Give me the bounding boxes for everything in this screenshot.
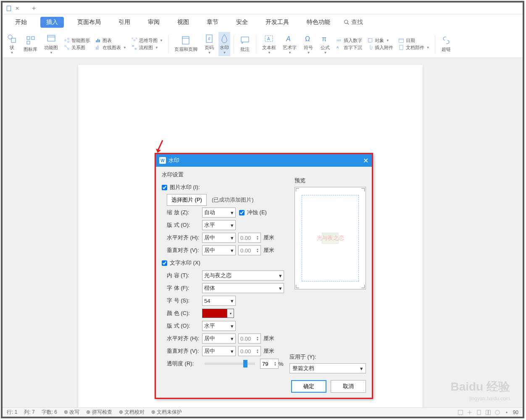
- svg-text:A: A: [267, 37, 270, 41]
- tb-insert-num[interactable]: 123插入数字: [336, 37, 362, 44]
- tb-watermark[interactable]: 水印▼: [218, 32, 230, 56]
- menu-features[interactable]: 特色功能: [302, 17, 334, 28]
- menu-search[interactable]: 查找: [344, 18, 363, 26]
- svg-rect-25: [135, 48, 137, 49]
- text-watermark-checkbox[interactable]: [162, 260, 167, 266]
- valign-select[interactable]: 居中▾: [202, 245, 236, 255]
- tb-shapes[interactable]: 状▼: [4, 34, 19, 55]
- header-icon: [181, 35, 191, 45]
- tb-hyperlink[interactable]: 超链: [439, 35, 454, 52]
- halign2-offset-input[interactable]: 0.00▲▼: [238, 333, 261, 344]
- tb-header-footer[interactable]: 页眉和页脚: [172, 35, 200, 52]
- view-icon-1[interactable]: [458, 410, 463, 415]
- insertnum-icon: 123: [336, 37, 342, 43]
- opacity-slider[interactable]: [205, 362, 255, 365]
- view-icon-5[interactable]: [494, 410, 500, 415]
- menu-view[interactable]: 视图: [173, 17, 193, 28]
- font-select[interactable]: 楷体▾: [202, 283, 284, 293]
- cancel-button[interactable]: 取消: [331, 380, 366, 393]
- pic-watermark-checkbox[interactable]: [162, 185, 167, 190]
- view-icon-2[interactable]: [467, 410, 473, 415]
- new-tab-button[interactable]: +: [32, 5, 36, 12]
- menu-sections[interactable]: 章节: [203, 17, 223, 28]
- valign2-offset-input[interactable]: 0.00▲▼: [238, 346, 261, 356]
- size-select[interactable]: 54▾: [202, 296, 236, 306]
- preview-label: 预览: [295, 177, 366, 184]
- svg-rect-46: [486, 410, 488, 415]
- tb-mindmap[interactable]: 思维导图▼: [132, 37, 163, 44]
- layout2-select[interactable]: 水平▾: [202, 321, 236, 331]
- menu-insert[interactable]: 插入: [40, 17, 64, 28]
- status-spell[interactable]: ⊗ 拼写检查: [86, 409, 112, 416]
- svg-rect-5: [27, 37, 30, 39]
- svg-rect-7: [27, 41, 30, 44]
- relation-icon: [64, 45, 70, 50]
- tb-flowchart[interactable]: 流程图▼: [132, 45, 163, 51]
- view-icon-4[interactable]: [485, 410, 491, 415]
- status-proof[interactable]: ⊗ 文档校对: [119, 409, 145, 416]
- halign-offset-input[interactable]: 0.00▲▼: [238, 233, 261, 243]
- search-label: 查找: [351, 18, 363, 26]
- zoom-value[interactable]: 90: [513, 410, 518, 415]
- menu-layout[interactable]: 页面布局: [73, 17, 105, 28]
- svg-rect-4: [11, 38, 16, 42]
- tb-doc-parts[interactable]: 文档部件▼: [398, 45, 430, 51]
- tab-close[interactable]: ✕: [15, 5, 19, 11]
- svg-point-23: [136, 38, 137, 39]
- tb-func-chart[interactable]: 功能图▼: [42, 34, 60, 55]
- tb-comment[interactable]: 批注: [237, 35, 252, 52]
- menu-references[interactable]: 引用: [114, 17, 134, 28]
- tb-dropcap[interactable]: A首字下沉: [336, 45, 362, 51]
- select-pic-button[interactable]: 选择图片 (P): [167, 194, 207, 206]
- svg-rect-24: [132, 45, 134, 46]
- tb-icon-lib[interactable]: 图标库: [21, 35, 40, 52]
- valign2-select[interactable]: 居中▾: [202, 346, 236, 356]
- status-overwrite[interactable]: ⊗ 改写: [64, 409, 79, 416]
- zoom-select[interactable]: 自动▾: [202, 207, 236, 218]
- attachment-icon: [367, 45, 373, 50]
- washout-label: 冲蚀 (E): [247, 209, 267, 216]
- halign2-select[interactable]: 居中▾: [202, 333, 236, 344]
- menu-devtools[interactable]: 开发工具: [261, 17, 293, 28]
- tb-wordart[interactable]: A艺术字▼: [280, 34, 299, 55]
- status-chars[interactable]: 字数: 6: [42, 409, 57, 416]
- apply-select[interactable]: 整篇文档▾: [289, 363, 366, 373]
- tb-online-chart[interactable]: 在线图表▼: [95, 45, 126, 51]
- svg-rect-45: [477, 410, 481, 415]
- ok-button[interactable]: 确定: [291, 380, 326, 393]
- dialog-titlebar[interactable]: W 水印 ✕: [156, 154, 372, 167]
- svg-point-12: [68, 41, 69, 43]
- tb-date[interactable]: 日期: [398, 37, 430, 44]
- tb-symbol[interactable]: Ω符号▼: [301, 34, 316, 55]
- svg-rect-18: [99, 39, 100, 42]
- tb-equation[interactable]: π公式▼: [318, 34, 333, 55]
- tb-object[interactable]: 对象▼: [367, 37, 393, 44]
- tb-chart[interactable]: 图表: [95, 37, 126, 44]
- halign-select[interactable]: 居中▾: [202, 233, 236, 243]
- layout-select[interactable]: 水平▾: [202, 220, 236, 230]
- svg-rect-47: [488, 410, 490, 415]
- menu-start[interactable]: 开始: [11, 17, 31, 28]
- menu-review[interactable]: 审阅: [144, 17, 164, 28]
- content-select[interactable]: 光与夜之恋▾: [202, 270, 284, 281]
- color-picker[interactable]: ▾: [202, 309, 234, 318]
- symbol-icon: Ω: [303, 34, 313, 44]
- status-protect[interactable]: ⊗ 文档未保护: [151, 409, 182, 416]
- apply-label: 应用于 (Y):: [289, 353, 316, 361]
- svg-text:π: π: [322, 35, 326, 42]
- equation-icon: π: [320, 34, 330, 44]
- opacity-input[interactable]: 79▲▼: [260, 359, 279, 369]
- valign-offset-input[interactable]: 0.00▲▼: [238, 245, 261, 255]
- view-icon-6[interactable]: [504, 410, 510, 415]
- tb-page-num[interactable]: #页码▼: [202, 34, 217, 55]
- washout-checkbox[interactable]: [239, 210, 245, 215]
- tb-attachment[interactable]: 插入附件: [367, 45, 393, 51]
- tb-smartart[interactable]: 智能图形: [64, 37, 90, 44]
- tb-textbox[interactable]: A文本框▼: [260, 34, 279, 55]
- menu-security[interactable]: 安全: [232, 17, 252, 28]
- svg-point-22: [132, 38, 133, 39]
- view-icon-3[interactable]: [476, 410, 482, 415]
- dialog-close-button[interactable]: ✕: [363, 157, 368, 165]
- tb-relation[interactable]: 关系图: [64, 45, 90, 51]
- watermark-icon: [219, 34, 229, 44]
